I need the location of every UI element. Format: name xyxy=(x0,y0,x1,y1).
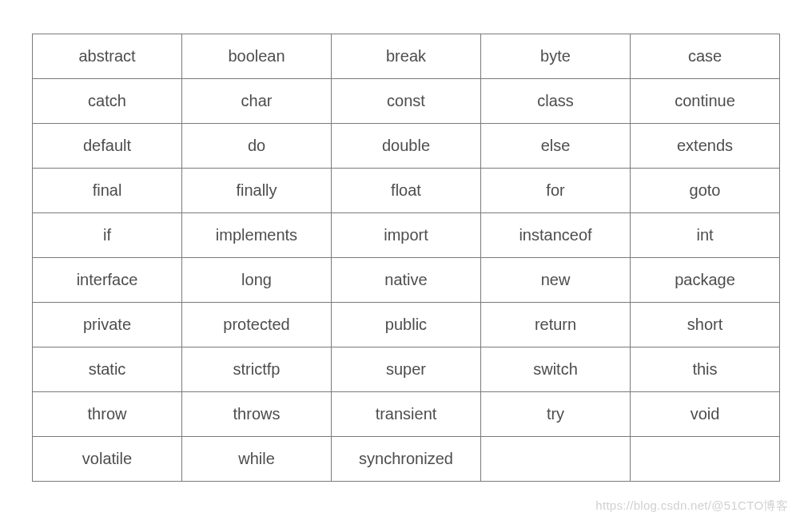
watermark-text: https://blog.csdn.net/@51CTO博客 xyxy=(595,498,788,514)
keyword-cell: package xyxy=(631,258,780,303)
keyword-cell: void xyxy=(631,392,780,437)
keyword-cell: final xyxy=(33,169,182,213)
keyword-cell: const xyxy=(332,79,481,124)
keyword-cell: break xyxy=(332,34,481,79)
keyword-cell: static xyxy=(33,347,182,392)
keyword-cell: protected xyxy=(182,303,332,347)
keyword-cell: class xyxy=(481,79,631,124)
keyword-cell: float xyxy=(332,169,481,213)
keyword-cell: import xyxy=(332,213,481,258)
keyword-cell: new xyxy=(481,258,631,303)
keyword-cell xyxy=(631,437,780,482)
keyword-cell: implements xyxy=(182,213,332,258)
keyword-cell: byte xyxy=(481,34,631,79)
keyword-cell: else xyxy=(481,124,631,169)
keyword-cell xyxy=(481,437,631,482)
keyword-cell: private xyxy=(33,303,182,347)
table-row: throw throws transient try void xyxy=(33,392,780,437)
java-keywords-table: abstract boolean break byte case catch c… xyxy=(32,34,780,482)
keyword-cell: abstract xyxy=(33,34,182,79)
keyword-cell: strictfp xyxy=(182,347,332,392)
keyword-cell: double xyxy=(332,124,481,169)
table-row: volatile while synchronized xyxy=(33,437,780,482)
keyword-cell: transient xyxy=(332,392,481,437)
keyword-cell: default xyxy=(33,124,182,169)
keyword-cell: finally xyxy=(182,169,332,213)
keyword-cell: this xyxy=(631,347,780,392)
keyword-cell: native xyxy=(332,258,481,303)
keyword-cell: synchronized xyxy=(332,437,481,482)
keyword-cell: short xyxy=(631,303,780,347)
keyword-cell: extends xyxy=(631,124,780,169)
keyword-cell: interface xyxy=(33,258,182,303)
keyword-cell: boolean xyxy=(182,34,332,79)
keyword-cell: do xyxy=(182,124,332,169)
keyword-cell: case xyxy=(631,34,780,79)
keyword-cell: for xyxy=(481,169,631,213)
keyword-cell: return xyxy=(481,303,631,347)
keyword-cell: continue xyxy=(631,79,780,124)
table-row: catch char const class continue xyxy=(33,79,780,124)
table-row: final finally float for goto xyxy=(33,169,780,213)
keyword-cell: super xyxy=(332,347,481,392)
keyword-cell: public xyxy=(332,303,481,347)
keyword-cell: instanceof xyxy=(481,213,631,258)
table-row: private protected public return short xyxy=(33,303,780,347)
keyword-cell: throw xyxy=(33,392,182,437)
keyword-cell: catch xyxy=(33,79,182,124)
keyword-cell: throws xyxy=(182,392,332,437)
table-row: static strictfp super switch this xyxy=(33,347,780,392)
keyword-cell: int xyxy=(631,213,780,258)
keyword-cell: goto xyxy=(631,169,780,213)
table-row: interface long native new package xyxy=(33,258,780,303)
keyword-cell: if xyxy=(33,213,182,258)
keyword-cell: long xyxy=(182,258,332,303)
table-row: if implements import instanceof int xyxy=(33,213,780,258)
keyword-cell: char xyxy=(182,79,332,124)
keyword-cell: while xyxy=(182,437,332,482)
keyword-cell: try xyxy=(481,392,631,437)
table-row: abstract boolean break byte case xyxy=(33,34,780,79)
keyword-cell: switch xyxy=(481,347,631,392)
table-body: abstract boolean break byte case catch c… xyxy=(33,34,780,482)
keyword-cell: volatile xyxy=(33,437,182,482)
table-row: default do double else extends xyxy=(33,124,780,169)
